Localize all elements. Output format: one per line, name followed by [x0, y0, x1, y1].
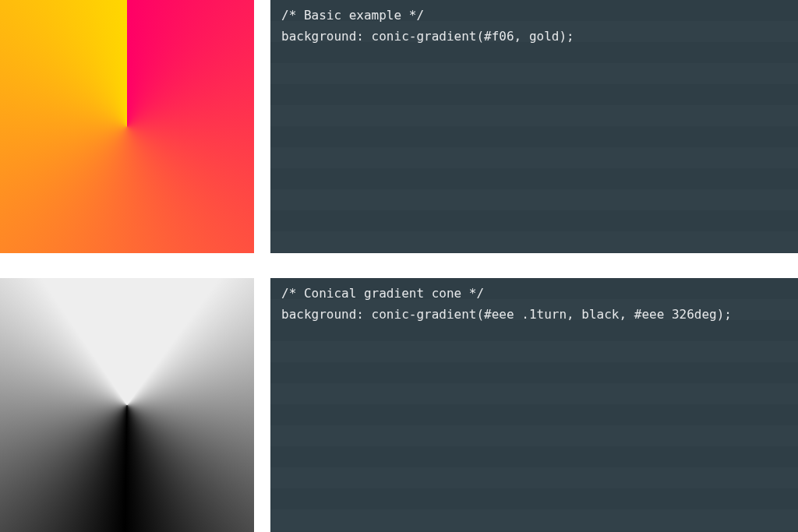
column-separator [254, 278, 270, 532]
code-comment: /* Conical gradient cone */ [281, 286, 484, 301]
example-row-1: /* Basic example */ background: conic-gr… [0, 0, 798, 253]
example-row-2: /* Conical gradient cone */ background: … [0, 278, 798, 532]
gradient-swatch-basic [0, 0, 254, 253]
gradient-swatch-cone [0, 278, 254, 532]
row-gap [0, 253, 798, 278]
code-line: background: conic-gradient(#eee .1turn, … [281, 307, 732, 322]
code-block-cone: /* Conical gradient cone */ background: … [270, 278, 798, 532]
code-line: background: conic-gradient(#f06, gold); [281, 29, 574, 44]
code-comment: /* Basic example */ [281, 8, 424, 23]
code-block-basic: /* Basic example */ background: conic-gr… [270, 0, 798, 253]
column-separator [254, 0, 270, 253]
